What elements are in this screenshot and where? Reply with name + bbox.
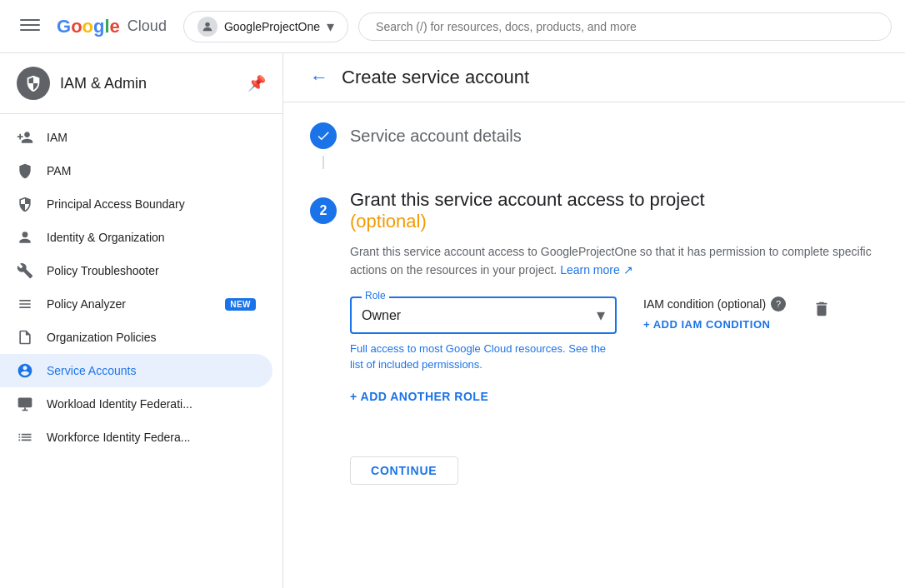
policy-troubleshooter-icon [17, 262, 33, 279]
sidebar-policy-troubleshooter-label: Policy Troubleshooter [47, 264, 256, 277]
sidebar-item-iam[interactable]: IAM [0, 121, 272, 154]
sidebar-item-pam[interactable]: PAM [0, 154, 272, 187]
add-iam-condition-button[interactable]: + ADD IAM CONDITION [643, 318, 786, 331]
page-header: ← Create service account [283, 53, 905, 102]
iam-condition-label: IAM condition (optional) ? [643, 296, 786, 311]
help-icon[interactable]: ? [771, 296, 786, 311]
pab-icon [17, 196, 33, 212]
workforce-identity-icon [17, 429, 33, 446]
menu-icon[interactable] [13, 8, 47, 44]
role-left: Role Owner Editor Viewer ▾ Full access t… [350, 296, 617, 373]
sidebar-pab-label: Principal Access Boundary [47, 197, 256, 211]
sidebar-item-pab[interactable]: Principal Access Boundary [0, 187, 272, 221]
step2-section: 2 Grant this service account access to p… [310, 189, 878, 485]
new-badge: NEW [225, 298, 256, 311]
external-link-icon: ↗ [623, 263, 633, 277]
search-input[interactable] [358, 12, 892, 41]
step2-circle: 2 [310, 197, 337, 224]
project-name: GoogleProjectOne [224, 20, 320, 33]
sidebar: IAM & Admin 📌 IAM PAM [0, 53, 283, 588]
step2-body: Grant this service account access to Goo… [350, 242, 878, 485]
sidebar-workload-identity-label: Workload Identity Federati... [47, 397, 256, 411]
page-title: Create service account [342, 67, 529, 88]
back-button[interactable]: ← [310, 67, 328, 88]
identity-icon [17, 229, 33, 246]
continue-button-wrapper: CONTINUE [350, 430, 878, 485]
workload-identity-icon [17, 396, 33, 412]
sidebar-identity-label: Identity & Organization [47, 231, 256, 244]
sidebar-org-policies-label: Organization Policies [47, 331, 256, 344]
sidebar-item-policy-troubleshooter[interactable]: Policy Troubleshooter [0, 254, 272, 287]
continue-button[interactable]: CONTINUE [350, 456, 458, 485]
role-label: Role [362, 290, 389, 301]
sidebar-item-service-accounts[interactable]: Service Accounts [0, 354, 272, 387]
delete-role-button[interactable] [812, 300, 831, 323]
project-icon [198, 17, 218, 37]
sidebar-pam-label: PAM [47, 164, 256, 177]
sidebar-iam-label: IAM [47, 131, 256, 144]
role-select[interactable]: Owner Editor Viewer [352, 298, 615, 332]
top-nav: Google Cloud GoogleProjectOne ▾ [0, 0, 905, 53]
step1-header: Service account details [310, 122, 878, 149]
svg-rect-5 [18, 398, 32, 408]
step1-title: Service account details [350, 127, 522, 146]
service-accounts-icon [17, 362, 33, 379]
sidebar-item-org-policies[interactable]: Organization Policies [0, 321, 272, 354]
sidebar-policy-analyzer-label: Policy Analyzer [47, 297, 212, 311]
policy-analyzer-icon [17, 296, 33, 312]
step2-title: Grant this service account access to pro… [350, 189, 705, 210]
step2-description: Grant this service account access to Goo… [350, 242, 878, 280]
project-selector[interactable]: GoogleProjectOne ▾ [183, 11, 348, 42]
sidebar-item-identity[interactable]: Identity & Organization [0, 221, 272, 254]
form-area: Service account details 2 Grant this ser… [283, 102, 905, 525]
main-content: ← Create service account Service account… [283, 53, 905, 588]
org-policies-icon [17, 329, 33, 346]
sidebar-item-policy-analyzer[interactable]: Policy Analyzer NEW [0, 287, 272, 321]
iam-icon [17, 129, 33, 146]
sidebar-service-accounts-label: Service Accounts [47, 364, 256, 377]
step-connector [322, 156, 324, 169]
svg-point-4 [22, 232, 28, 237]
step2-optional: (optional) [350, 211, 427, 232]
sidebar-item-workforce-identity[interactable]: Workforce Identity Federa... [0, 421, 272, 454]
pin-icon[interactable]: 📌 [248, 74, 266, 92]
role-select-wrapper: Role Owner Editor Viewer ▾ [350, 296, 617, 334]
iam-condition-section: IAM condition (optional) ? + ADD IAM CON… [643, 296, 786, 331]
role-hint: Full access to most Google Cloud resourc… [350, 341, 617, 373]
sidebar-header: IAM & Admin 📌 [0, 53, 282, 114]
step2-header: 2 Grant this service account access to p… [310, 189, 878, 232]
sidebar-nav: IAM PAM Principal Access Boundary [0, 114, 282, 461]
sidebar-item-workload-identity[interactable]: Workload Identity Federati... [0, 387, 272, 421]
svg-point-3 [205, 22, 209, 26]
pam-icon [17, 162, 33, 179]
svg-rect-2 [20, 29, 40, 31]
sidebar-workforce-identity-label: Workforce Identity Federa... [47, 431, 256, 444]
step1-section: Service account details [310, 122, 878, 169]
add-another-role-button[interactable]: + ADD ANOTHER ROLE [350, 390, 878, 403]
sidebar-title: IAM & Admin [60, 75, 147, 92]
role-section: Role Owner Editor Viewer ▾ Full access t… [350, 296, 878, 373]
step2-title-block: Grant this service account access to pro… [350, 189, 705, 232]
google-cloud-logo[interactable]: Google Cloud [57, 16, 167, 37]
learn-more-link[interactable]: Learn more ↗ [560, 263, 632, 277]
svg-rect-1 [20, 24, 40, 26]
app-layout: IAM & Admin 📌 IAM PAM [0, 53, 905, 588]
step1-circle [310, 122, 337, 149]
svg-rect-0 [20, 19, 40, 21]
iam-admin-icon [17, 67, 50, 100]
project-dropdown-arrow: ▾ [327, 17, 334, 36]
